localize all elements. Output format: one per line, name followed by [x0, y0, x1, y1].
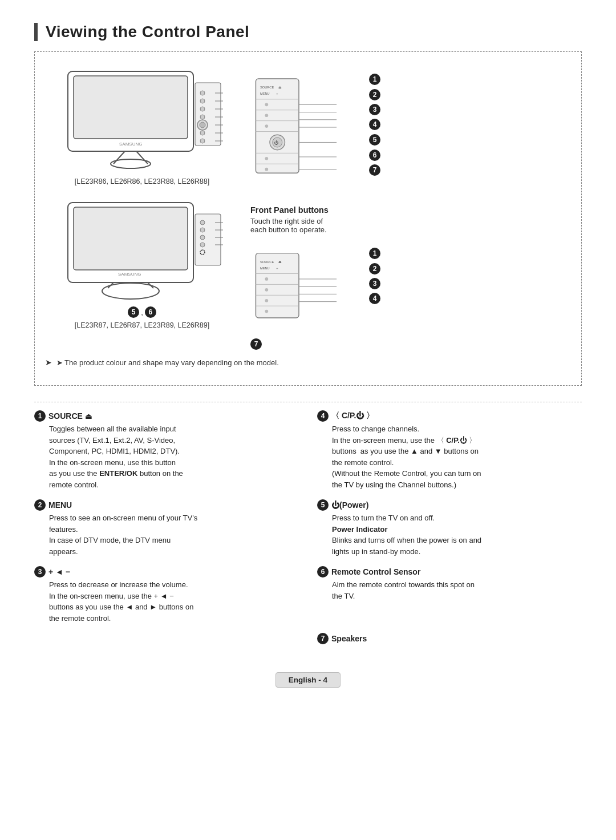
- tv2-badge: 5 , 6: [128, 306, 156, 318]
- label-b3: 3: [369, 276, 380, 291]
- svg-line-3: [114, 151, 125, 164]
- tv-diagram-1: SAMSUNG: [45, 66, 239, 185]
- svg-point-75: [265, 299, 269, 302]
- front-panel-sub2: each button to operate.: [250, 225, 327, 234]
- desc-source-title: 1 SOURCE ⏏: [34, 410, 299, 422]
- tv-diagrams-column: SAMSUNG: [45, 66, 239, 329]
- note-arrow-icon: ➤: [45, 358, 52, 367]
- panel-labels-top: 1 2 3 4 5 6: [369, 71, 380, 177]
- svg-point-55: [265, 157, 269, 160]
- desc-rcs: 6 Remote Control Sensor Aim the remote c…: [317, 566, 582, 624]
- svg-point-76: [265, 310, 269, 313]
- label-3: 3: [369, 102, 380, 117]
- desc-spacer: [34, 633, 299, 646]
- svg-point-10: [200, 115, 205, 119]
- footer-badge: English - 4: [275, 672, 341, 688]
- svg-text:SOURCE: SOURCE: [260, 260, 274, 264]
- svg-point-74: [265, 288, 269, 292]
- panel-top: SOURCE ⏏ MENU + ⏻: [250, 70, 380, 186]
- desc-cp: 4 〈 C/P.⏻ 〉 Press to change channels. In…: [317, 410, 582, 490]
- desc-cp-text: Press to change channels. In the on-scre…: [332, 423, 582, 490]
- tv-diagram-2: SAMSUNG: [45, 197, 239, 329]
- desc-speakers-title: 7 Speakers: [317, 633, 582, 644]
- section-divider: [34, 402, 582, 402]
- svg-line-4: [136, 151, 148, 164]
- svg-point-9: [200, 107, 205, 111]
- desc-power-title: 5 ⏻(Power): [317, 499, 582, 511]
- label-6: 6: [369, 148, 380, 163]
- note-line: ➤ ➤ The product colour and shape may var…: [45, 358, 571, 367]
- svg-point-73: [265, 277, 269, 281]
- svg-point-53: [265, 114, 269, 117]
- svg-rect-1: [74, 76, 188, 139]
- label-4: 4: [369, 117, 380, 132]
- svg-text:SAMSUNG: SAMSUNG: [118, 272, 141, 277]
- desc-power: 5 ⏻(Power) Press to turn the TV on and o…: [317, 499, 582, 557]
- svg-text:⏻: ⏻: [274, 140, 279, 146]
- svg-point-31: [200, 235, 205, 240]
- svg-text:⏏: ⏏: [278, 260, 282, 264]
- svg-text:SOURCE: SOURCE: [260, 86, 274, 89]
- label-1: 1: [369, 71, 380, 87]
- desc-power-text: Press to turn the TV on and off. Power I…: [332, 512, 582, 557]
- svg-point-56: [265, 168, 269, 171]
- desc-cp-title: 4 〈 C/P.⏻ 〉: [317, 410, 582, 422]
- svg-point-32: [200, 243, 205, 247]
- desc-menu-text: Press to see an on-screen menu of your T…: [49, 512, 299, 557]
- svg-point-30: [200, 228, 205, 232]
- label-7: 7: [369, 163, 380, 177]
- badge-5: 5: [128, 306, 139, 318]
- svg-text:SAMSUNG: SAMSUNG: [119, 142, 142, 147]
- footer: English - 4: [34, 672, 582, 688]
- descriptions-grid: 1 SOURCE ⏏ Toggles between all the avail…: [34, 410, 582, 655]
- svg-point-54: [265, 124, 269, 128]
- desc-menu: 2 MENU Press to see an on-screen menu of…: [34, 499, 299, 557]
- desc-rcs-text: Aim the remote control towards this spot…: [332, 579, 582, 601]
- desc-volume: 3 + ◄ − Press to decrease or increase th…: [34, 566, 299, 624]
- svg-point-13: [200, 131, 205, 135]
- svg-text:MENU: MENU: [260, 92, 270, 95]
- svg-text:⏏: ⏏: [278, 86, 282, 89]
- front-panel-title: Front Panel buttons: [250, 205, 329, 215]
- panel-bottom: SOURCE ⏏ MENU +: [250, 245, 380, 333]
- svg-text:MENU: MENU: [260, 266, 270, 270]
- label-b2: 2: [369, 261, 380, 276]
- desc-speakers: 7 Speakers: [317, 633, 582, 646]
- svg-point-52: [265, 103, 269, 107]
- main-diagram-box: SAMSUNG: [34, 51, 582, 386]
- desc-rcs-title: 6 Remote Control Sensor: [317, 566, 582, 578]
- desc-source: 1 SOURCE ⏏ Toggles between all the avail…: [34, 410, 299, 490]
- tv2-caption: [LE23R87, LE26R87, LE23R89, LE26R89]: [75, 321, 209, 329]
- svg-rect-6: [195, 83, 221, 146]
- label-5: 5: [369, 132, 380, 148]
- label-2: 2: [369, 87, 380, 102]
- panel-labels-bottom: 1 2 3 4: [369, 245, 380, 306]
- tv1-caption: [LE23R86, LE26R86, LE23R88, LE26R88]: [75, 177, 209, 185]
- label-b1: 1: [369, 245, 380, 261]
- svg-rect-23: [74, 207, 188, 270]
- desc-volume-title: 3 + ◄ −: [34, 566, 299, 578]
- label-b4: 4: [369, 291, 380, 306]
- desc-menu-title: 2 MENU: [34, 499, 299, 511]
- svg-point-5: [111, 159, 151, 168]
- svg-point-29: [200, 220, 205, 225]
- badge-6: 6: [145, 306, 156, 318]
- svg-point-7: [200, 91, 205, 95]
- page-title: Viewing the Control Panel: [34, 23, 582, 41]
- desc-volume-text: Press to decrease or increase the volume…: [49, 579, 299, 624]
- svg-point-12: [200, 122, 205, 128]
- svg-rect-28: [195, 214, 221, 265]
- desc-source-text: Toggles between all the available input …: [49, 423, 299, 490]
- panel-diagram-column: SOURCE ⏏ MENU + ⏻: [245, 70, 571, 350]
- svg-point-14: [200, 139, 205, 143]
- svg-point-8: [200, 99, 205, 103]
- front-panel-sub1: Touch the right side of: [250, 217, 323, 225]
- label-7-bottom: 7: [250, 338, 262, 350]
